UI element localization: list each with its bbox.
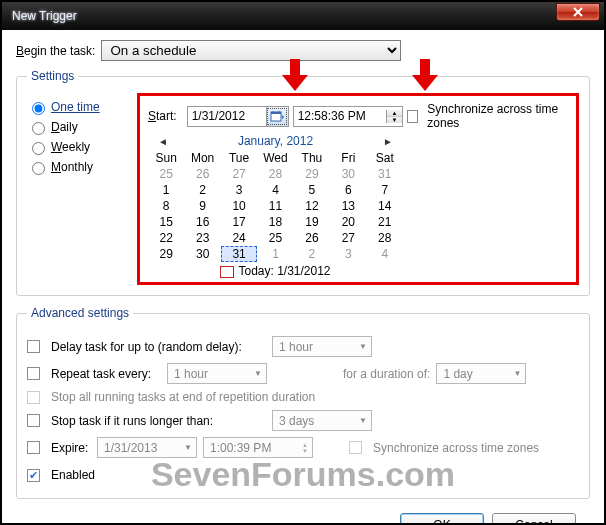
settings-legend: Settings (27, 69, 78, 83)
calendar-day-cell[interactable]: 19 (294, 214, 330, 230)
calendar-day-cell[interactable]: 7 (367, 182, 403, 198)
cancel-button[interactable]: Cancel (492, 513, 576, 525)
duration-label: for a duration of: (343, 367, 430, 381)
radio-monthly[interactable] (32, 162, 45, 175)
calendar-day-cell[interactable]: 26 (294, 230, 330, 246)
calendar-day-header: Wed (257, 150, 293, 166)
calendar-next-button[interactable]: ► (377, 136, 399, 147)
start-time-value: 12:58:36 PM (294, 107, 386, 125)
calendar-day-cell[interactable]: 27 (330, 230, 366, 246)
repeat-combo: 1 hour▼ (167, 363, 267, 384)
radio-weekly[interactable] (32, 142, 45, 155)
close-icon (573, 7, 583, 17)
delay-combo: 1 hour▼ (272, 336, 372, 357)
calendar-day-cell[interactable]: 9 (184, 198, 220, 214)
calendar-day-cell[interactable]: 10 (221, 198, 257, 214)
time-spinner: ▲▼ (302, 442, 308, 454)
calendar-day-cell[interactable]: 21 (367, 214, 403, 230)
expire-checkbox[interactable] (27, 441, 40, 454)
calendar-day-cell[interactable]: 23 (184, 230, 220, 246)
start-panel: Start: 1/31/2012 12 (137, 93, 579, 285)
annotation-arrow-icon (410, 59, 440, 93)
calendar-prev-button[interactable]: ◄ (152, 136, 174, 147)
radio-weekly-label: Weekly (51, 140, 90, 154)
repeat-label: Repeat task every: (51, 367, 161, 381)
calendar-day-cell[interactable]: 17 (221, 214, 257, 230)
time-spinner[interactable]: ▲ ▼ (386, 110, 402, 123)
radio-monthly-label: Monthly (51, 160, 93, 174)
chevron-down-icon[interactable]: ▼ (387, 117, 402, 123)
calendar-day-cell[interactable]: 28 (257, 166, 293, 182)
calendar-day-cell[interactable]: 26 (184, 166, 220, 182)
calendar-day-cell[interactable]: 31 (221, 246, 257, 262)
calendar-grid: SunMonTueWedThuFriSat2526272829303112345… (148, 150, 403, 262)
radio-daily-label: Daily (51, 120, 78, 134)
calendar-day-cell[interactable]: 29 (294, 166, 330, 182)
ok-button[interactable]: OK (400, 513, 484, 525)
stop-if-combo: 3 days▼ (272, 410, 372, 431)
calendar-day-cell[interactable]: 29 (148, 246, 184, 262)
chevron-down-icon: ▼ (359, 416, 367, 425)
enabled-checkbox[interactable] (27, 469, 40, 482)
calendar-day-cell[interactable]: 31 (367, 166, 403, 182)
calendar-day-cell[interactable]: 24 (221, 230, 257, 246)
calendar-day-cell[interactable]: 22 (148, 230, 184, 246)
calendar-day-header: Mon (184, 150, 220, 166)
repeat-checkbox[interactable] (27, 367, 40, 380)
calendar-day-cell[interactable]: 30 (184, 246, 220, 262)
calendar-day-cell[interactable]: 2 (184, 182, 220, 198)
sync-timezones-label: Synchronize across time zones (427, 102, 568, 130)
chevron-down-icon: ▼ (513, 369, 521, 378)
stop-all-checkbox (27, 391, 40, 404)
start-time-field[interactable]: 12:58:36 PM ▲ ▼ (293, 106, 403, 127)
calendar-day-cell[interactable]: 8 (148, 198, 184, 214)
calendar-today-row[interactable]: Today: 1/31/2012 (148, 262, 403, 278)
calendar-month-label[interactable]: January, 2012 (238, 134, 313, 148)
calendar-day-cell[interactable]: 13 (330, 198, 366, 214)
chevron-up-icon[interactable]: ▲ (387, 110, 402, 117)
calendar-day-cell[interactable]: 12 (294, 198, 330, 214)
calendar-day-header: Sun (148, 150, 184, 166)
calendar-day-cell[interactable]: 16 (184, 214, 220, 230)
calendar-day-cell[interactable]: 25 (148, 166, 184, 182)
calendar-day-cell[interactable]: 27 (221, 166, 257, 182)
calendar-day-cell[interactable]: 18 (257, 214, 293, 230)
delay-label: Delay task for up to (random delay): (51, 340, 266, 354)
calendar-day-cell[interactable]: 14 (367, 198, 403, 214)
delay-checkbox[interactable] (27, 340, 40, 353)
stop-if-checkbox[interactable] (27, 414, 40, 427)
settings-group: Settings One time Daily Weekly Monthly S… (16, 69, 590, 296)
calendar-today-label: Today: 1/31/2012 (238, 264, 330, 278)
calendar-day-cell[interactable]: 1 (257, 246, 293, 262)
calendar-day-cell[interactable]: 30 (330, 166, 366, 182)
calendar-day-cell[interactable]: 3 (330, 246, 366, 262)
calendar-day-cell[interactable]: 28 (367, 230, 403, 246)
recurrence-radio-group: One time Daily Weekly Monthly (27, 93, 137, 285)
calendar-day-cell[interactable]: 11 (257, 198, 293, 214)
start-label: Start: (148, 109, 177, 123)
calendar-day-header: Tue (221, 150, 257, 166)
calendar-day-cell[interactable]: 3 (221, 182, 257, 198)
calendar-day-cell[interactable]: 6 (330, 182, 366, 198)
calendar-day-header: Sat (367, 150, 403, 166)
radio-one-time[interactable] (32, 102, 45, 115)
sync-timezones-checkbox[interactable] (407, 110, 418, 123)
calendar-day-cell[interactable]: 20 (330, 214, 366, 230)
calendar-day-cell[interactable]: 4 (367, 246, 403, 262)
radio-daily[interactable] (32, 122, 45, 135)
calendar-day-cell[interactable]: 2 (294, 246, 330, 262)
calendar-day-cell[interactable]: 4 (257, 182, 293, 198)
calendar-day-cell[interactable]: 5 (294, 182, 330, 198)
calendar-day-cell[interactable]: 1 (148, 182, 184, 198)
enabled-label: Enabled (51, 468, 95, 482)
close-button[interactable] (556, 3, 600, 21)
chevron-down-icon: ▼ (359, 342, 367, 351)
window-title: New Trigger (12, 9, 556, 23)
calendar-day-cell[interactable]: 25 (257, 230, 293, 246)
start-date-field[interactable]: 1/31/2012 (187, 106, 289, 127)
annotation-arrow-icon (280, 59, 310, 93)
stop-if-label: Stop task if it runs longer than: (51, 414, 266, 428)
begin-task-select[interactable]: On a schedule (101, 40, 401, 61)
calendar-day-cell[interactable]: 15 (148, 214, 184, 230)
date-picker-button[interactable] (266, 107, 288, 126)
